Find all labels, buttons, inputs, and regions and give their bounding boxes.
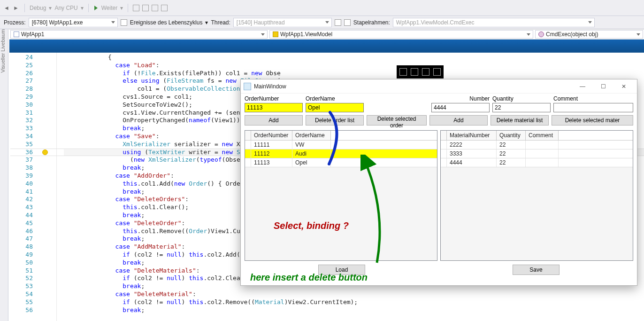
xaml-debug-overlay[interactable] [397, 65, 444, 78]
material-number-input[interactable] [431, 103, 490, 112]
toolbar-icon[interactable] [133, 5, 139, 11]
minimize-button[interactable]: — [572, 80, 593, 93]
continue-play-icon[interactable] [94, 6, 98, 10]
annotation-green: here insert a delete button [250, 272, 368, 283]
process-combo[interactable]: [6780] WpfApp1.exe [29, 18, 118, 27]
thread-label: Thread: [211, 19, 230, 26]
class-icon [273, 31, 278, 37]
delete-material-list-button[interactable]: Delete material list [491, 115, 549, 125]
outline-margin [56, 53, 63, 321]
toolbar-icon[interactable] [142, 5, 149, 11]
maximize-button[interactable]: ☐ [593, 80, 613, 93]
config-debug[interactable]: Debug [30, 5, 46, 11]
debug-icon[interactable] [335, 19, 341, 26]
thread-combo[interactable]: [1540] Hauptthread [233, 18, 332, 27]
breadcrumb-method[interactable]: CmdExec(object obj) [535, 30, 643, 39]
line-numbers: 2425262728293031323334353637383940414243… [9, 53, 37, 321]
column-header[interactable]: Quantity [497, 131, 526, 140]
quantity-input[interactable] [492, 103, 551, 112]
app-icon [244, 83, 251, 90]
close-button[interactable]: ✕ [613, 80, 634, 93]
continue-label[interactable]: Weiter [101, 5, 117, 11]
table-row[interactable]: 11112Audi [245, 149, 437, 158]
column-header[interactable]: MaterialNumber [447, 131, 497, 140]
column-header[interactable]: OrderName [292, 131, 331, 140]
debug-icon[interactable] [344, 19, 351, 26]
indicator-margin [37, 53, 56, 321]
annotation-red: Select, binding ? [274, 220, 349, 231]
toolbar-icon[interactable] [161, 5, 168, 11]
prozess-label: Prozess: [4, 19, 26, 26]
breadcrumb-project[interactable]: WpfApp1 [10, 30, 268, 39]
quantity-label: Quantity [492, 95, 551, 102]
materials-grid[interactable]: MaterialNumberQuantityComment22222233332… [440, 130, 633, 261]
breadcrumb-class[interactable]: WpfApp1.ViewModel [269, 30, 533, 39]
orders-grid[interactable]: OrderNumberOrderName11111VW11112Audi1111… [245, 130, 437, 261]
lifecycle-icon[interactable] [121, 19, 127, 26]
sidebar-tab[interactable]: Visueller Livebaum [0, 29, 8, 321]
table-row[interactable]: 333322 [441, 149, 633, 158]
column-header[interactable]: OrderNumber [251, 131, 292, 140]
window-title: MainWindow [254, 83, 286, 90]
live-tree-icon[interactable] [399, 68, 407, 76]
stackframe-combo[interactable]: WpfApp1.ViewModel.CmdExec [393, 18, 595, 27]
lifecycle-label[interactable]: Ereignisse des Lebenszyklus [130, 19, 203, 26]
lightbulb-icon[interactable] [42, 149, 48, 155]
column-header[interactable]: Comment [526, 131, 559, 140]
table-row[interactable]: 11111VW [245, 141, 437, 149]
vs-debug-toolbar: Prozess: [6780] WpfApp1.exe Ereignisse d… [0, 16, 644, 29]
csharp-icon [14, 31, 19, 37]
history-fwd-icon[interactable]: ► [13, 5, 20, 11]
config-platform[interactable]: Any CPU [54, 5, 77, 11]
table-row[interactable]: 11113Opel [245, 158, 437, 167]
add-material-button[interactable]: Add [429, 115, 488, 125]
order-number-label: OrderNumber [245, 95, 303, 102]
delete-selected-order-button[interactable]: Delete selected order [367, 115, 427, 125]
table-row[interactable]: 222222 [441, 141, 633, 149]
order-name-input[interactable] [306, 103, 364, 112]
stack-label: Stapelrahmen: [353, 19, 390, 26]
wpf-titlebar[interactable]: MainWindow — ☐ ✕ [241, 79, 637, 94]
nav-breadcrumb-bar: WpfApp1 WpfApp1.ViewModel CmdExec(object… [9, 29, 644, 39]
order-number-input[interactable] [245, 103, 303, 112]
blue-title-strip [9, 39, 644, 53]
order-name-label: OrderName [306, 95, 364, 102]
select-element-icon[interactable] [411, 68, 418, 76]
save-button[interactable]: Save [513, 265, 560, 275]
delete-selected-material-button[interactable]: Delete selected mater [552, 115, 633, 125]
comment-label: Comment [553, 95, 633, 102]
layout-adorners-icon[interactable] [422, 68, 429, 76]
history-back-icon[interactable]: ◄ [4, 5, 10, 11]
table-row[interactable]: 444422 [441, 158, 633, 167]
wpf-main-window[interactable]: MainWindow — ☐ ✕ OrderNumber OrderName N… [240, 79, 637, 286]
delete-order-list-button[interactable]: Delete order list [306, 115, 364, 125]
toolbar-icon[interactable] [152, 5, 158, 11]
comment-input[interactable] [553, 103, 633, 112]
add-order-button[interactable]: Add [245, 115, 303, 125]
material-number-label-tail: Number [431, 95, 490, 102]
vs-main-toolbar: ◄ ► Debug ▾ Any CPU ▾ Weiter ▾ [0, 0, 644, 16]
track-focus-icon[interactable] [433, 68, 441, 76]
method-icon [538, 31, 544, 37]
